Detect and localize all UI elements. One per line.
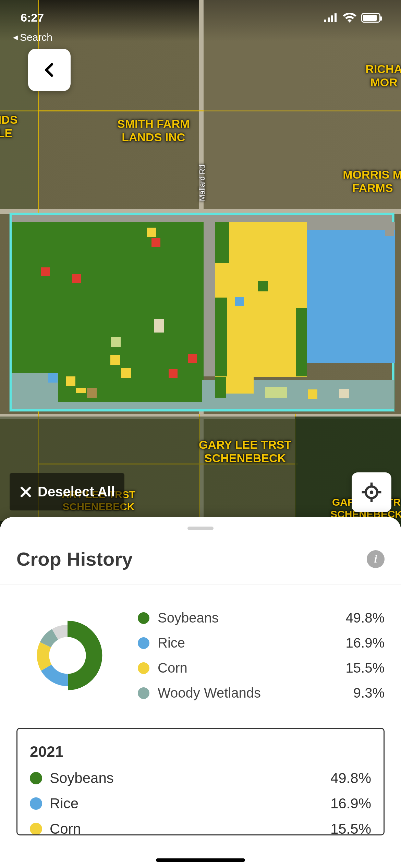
- crop-classification-overlay[interactable]: [10, 213, 394, 411]
- legend-item: Corn15.5%: [138, 660, 385, 676]
- crop-donut-chart: [16, 604, 119, 707]
- parcel-label: MORRIS M FARMS: [343, 168, 401, 195]
- legend-item: Woody Wetlands9.3%: [138, 685, 385, 701]
- svg-rect-2: [331, 15, 333, 22]
- back-button[interactable]: [28, 49, 71, 91]
- cellular-icon: [324, 13, 338, 22]
- close-icon: [19, 486, 32, 498]
- status-time: 6:27: [21, 11, 44, 24]
- sheet-title: Crop History: [16, 548, 133, 570]
- svg-point-5: [370, 491, 373, 494]
- crop-legend: Soybeans49.8%Rice16.9%Corn15.5%Woody Wet…: [138, 610, 385, 701]
- sheet-grabber[interactable]: [187, 527, 214, 530]
- status-bar: 6:27: [0, 11, 401, 24]
- year-label: 2021: [30, 743, 371, 760]
- breadcrumb-label: Search: [20, 32, 52, 43]
- info-icon[interactable]: i: [367, 550, 385, 568]
- year-crop-row: Corn15.5%: [30, 821, 371, 835]
- svg-rect-3: [335, 13, 337, 22]
- deselect-all-button[interactable]: Deselect All: [10, 473, 124, 510]
- year-crop-row: Soybeans49.8%: [30, 770, 371, 786]
- deselect-label: Deselect All: [38, 484, 115, 499]
- wifi-icon: [343, 13, 356, 23]
- parcel-label: GARY LEE TRST SCHENEBECK: [199, 438, 291, 465]
- legend-item: Rice16.9%: [138, 635, 385, 651]
- breadcrumb-back[interactable]: Search: [13, 32, 52, 43]
- chevron-left-icon: [42, 62, 57, 77]
- parcel-label: RICHA MOR: [365, 62, 401, 89]
- parcel-label: SMITH FARM LANDS INC: [117, 117, 190, 144]
- svg-rect-1: [328, 17, 330, 22]
- legend-item: Soybeans49.8%: [138, 610, 385, 626]
- year-card-2021[interactable]: 2021 Soybeans49.8%Rice16.9%Corn15.5%: [16, 728, 385, 835]
- svg-rect-0: [324, 20, 326, 22]
- road-label: Mallard Rd: [198, 165, 207, 201]
- home-indicator[interactable]: [156, 858, 245, 862]
- year-crop-row: Rice16.9%: [30, 795, 371, 812]
- battery-icon: [361, 13, 380, 23]
- crop-history-sheet[interactable]: Crop History i Soybeans49.8%Rice16.9%Cor…: [0, 517, 401, 868]
- crosshair-icon: [361, 482, 382, 503]
- parcel-label: ANDS SLE: [0, 113, 17, 140]
- locate-me-button[interactable]: [352, 472, 391, 512]
